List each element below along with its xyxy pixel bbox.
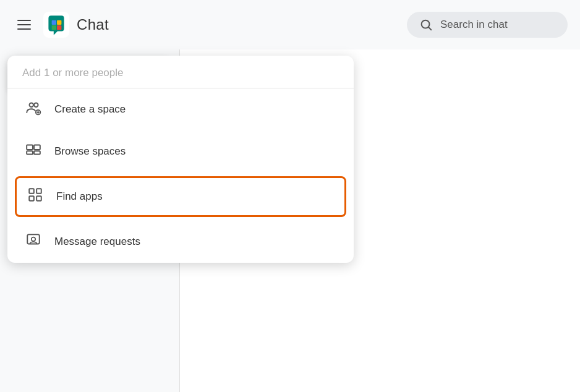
- browse-spaces-item[interactable]: Browse spaces: [7, 130, 354, 173]
- svg-rect-18: [27, 145, 33, 150]
- svg-point-14: [34, 103, 38, 107]
- app-title: Chat: [77, 16, 109, 33]
- search-bar[interactable]: Search in chat: [407, 12, 568, 38]
- svg-rect-4: [57, 25, 61, 30]
- dropdown-menu: Create a space Browse spaces Find apps: [7, 56, 354, 263]
- hamburger-menu-button[interactable]: [12, 15, 36, 35]
- header-left: Chat: [12, 12, 407, 38]
- svg-rect-20: [27, 151, 33, 154]
- search-icon: [419, 18, 433, 32]
- add-people-input[interactable]: [22, 67, 339, 79]
- svg-rect-22: [29, 189, 34, 194]
- message-requests-icon: [25, 232, 42, 252]
- svg-rect-3: [52, 25, 56, 30]
- svg-rect-19: [34, 145, 40, 150]
- svg-rect-21: [34, 151, 40, 154]
- svg-rect-25: [36, 196, 41, 201]
- create-space-icon: [25, 100, 42, 119]
- app-header: Chat Search in chat: [0, 0, 580, 49]
- svg-rect-26: [27, 234, 40, 244]
- svg-line-6: [429, 27, 431, 30]
- svg-point-13: [30, 103, 34, 107]
- browse-spaces-icon: [25, 142, 42, 161]
- create-space-label: Create a space: [54, 103, 126, 116]
- svg-rect-23: [36, 189, 41, 194]
- create-space-item[interactable]: Create a space: [7, 88, 354, 130]
- svg-rect-24: [29, 196, 34, 201]
- svg-rect-2: [57, 20, 61, 25]
- find-apps-label: Find apps: [56, 190, 103, 203]
- message-requests-label: Message requests: [54, 236, 140, 248]
- message-requests-item[interactable]: Message requests: [7, 221, 354, 263]
- svg-point-27: [32, 237, 36, 242]
- find-apps-icon: [27, 187, 44, 207]
- dropdown-search-container: [7, 56, 354, 88]
- browse-spaces-label: Browse spaces: [54, 145, 126, 158]
- search-placeholder: Search in chat: [440, 19, 508, 31]
- app-logo: [43, 12, 69, 38]
- find-apps-item[interactable]: Find apps: [15, 176, 346, 217]
- svg-rect-1: [52, 20, 56, 25]
